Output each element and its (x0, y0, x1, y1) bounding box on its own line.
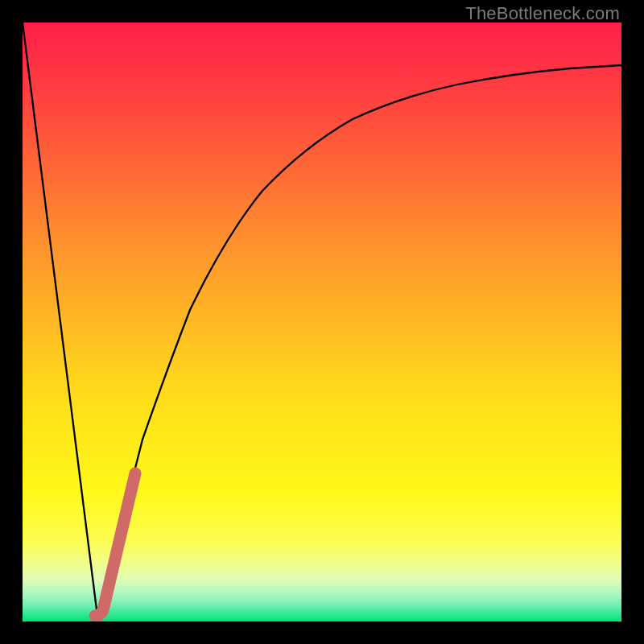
curve-left-slope (23, 23, 97, 616)
highlight-segment (95, 473, 135, 617)
attribution-text: TheBottleneck.com (465, 3, 620, 24)
curve-right (97, 65, 621, 616)
plot-area (23, 23, 621, 621)
chart-frame: TheBottleneck.com (0, 0, 644, 644)
curve-layer (23, 23, 621, 621)
